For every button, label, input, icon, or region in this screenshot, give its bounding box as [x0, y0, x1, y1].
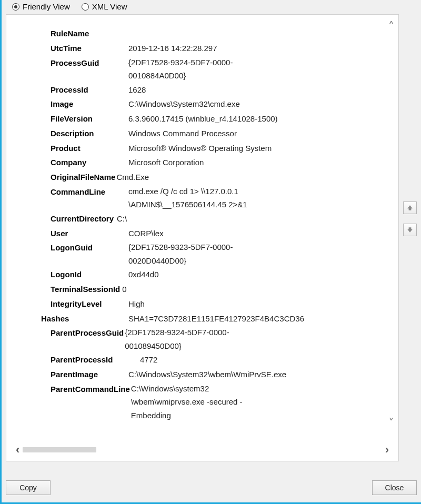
parentcommandline-value: C:\Windows\system32 \wbem\wmiprvse.exe -…: [131, 382, 243, 422]
arrow-down-icon: [407, 227, 413, 233]
parentprocessid-label: ParentProcessId: [51, 352, 140, 367]
company-value: Microsoft Corporation: [128, 155, 204, 170]
logonid-value: 0xd44d0: [128, 267, 159, 282]
parentcommandline-label: ParentCommandLine: [51, 382, 130, 397]
radio-icon: [12, 3, 19, 11]
image-value: C:\Windows\System32\cmd.exe: [128, 97, 240, 112]
parentprocessguid-label: ParentProcessGuid: [51, 326, 124, 340]
processguid-value: {2DF17528-9324-5DF7-0000- 0010884A0D00}: [128, 56, 233, 83]
originalfilename-value: Cmd.Exe: [116, 170, 149, 185]
parentimage-label: ParentImage: [51, 367, 128, 382]
processguid-label: ProcessGuid: [51, 56, 128, 70]
copy-button[interactable]: Copy: [6, 480, 51, 495]
logonid-label: LogonId: [51, 267, 128, 282]
scroll-left-icon[interactable]: ‹: [16, 443, 19, 457]
description-value: Windows Command Processor: [128, 126, 237, 141]
arrow-up-icon: [407, 205, 413, 211]
rulename-label: RuleName: [51, 26, 128, 41]
hashes-label: Hashes: [41, 311, 128, 326]
properties-panel: RuleName UtcTime2019-12-16 14:22:28.297 …: [21, 19, 380, 437]
company-label: Company: [51, 155, 128, 170]
parentprocessguid-value: {2DF17528-9324-5DF7-0000- 001089450D00}: [125, 326, 229, 352]
content-frame: ˄ ˅ RuleName UtcTime2019-12-16 14:22:28.…: [6, 14, 399, 461]
utctime-label: UtcTime: [51, 41, 128, 56]
horizontal-scrollbar[interactable]: ‹ ›: [6, 440, 398, 457]
xml-view-label: XML View: [92, 2, 127, 11]
product-value: Microsoft® Windows® Operating System: [128, 141, 272, 156]
user-value: CORP\lex: [128, 226, 164, 241]
product-label: Product: [51, 141, 128, 156]
processid-value: 1628: [128, 83, 146, 97]
terminalsessionid-value: 0: [122, 282, 126, 297]
view-tabs: Friendly View XML View: [6, 2, 417, 14]
originalfilename-label: OriginalFileName: [51, 170, 115, 185]
image-label: Image: [51, 97, 128, 112]
parentprocessid-value: 4772: [140, 352, 157, 367]
scroll-thumb[interactable]: [23, 447, 96, 452]
scroll-track[interactable]: [23, 447, 380, 452]
fileversion-value: 6.3.9600.17415 (winblue_r4.141028-1500): [128, 112, 278, 126]
logonguid-value: {2DF17528-9323-5DF7-0000- 0020D0440D00}: [128, 240, 233, 267]
integritylevel-label: IntegrityLevel: [51, 297, 128, 311]
description-label: Description: [51, 126, 128, 141]
friendly-view-label: Friendly View: [23, 2, 70, 11]
hashes-value: SHA1=7C3D7281E1151FE4127923F4B4C3CD36: [128, 311, 304, 326]
close-button[interactable]: Close: [372, 480, 417, 495]
move-down-button[interactable]: [403, 224, 417, 236]
logonguid-label: LogonGuid: [51, 240, 128, 255]
scroll-right-icon[interactable]: ›: [385, 443, 389, 457]
currentdirectory-value: C:\: [117, 211, 127, 226]
radio-icon: [82, 3, 89, 11]
friendly-view-radio[interactable]: Friendly View: [12, 2, 70, 11]
utctime-value: 2019-12-16 14:22:28.297: [128, 41, 217, 56]
fileversion-label: FileVersion: [51, 112, 128, 126]
commandline-label: CommandLine: [51, 185, 128, 199]
processid-label: ProcessId: [51, 83, 128, 97]
currentdirectory-label: CurrentDirectory: [51, 211, 114, 226]
integritylevel-value: High: [128, 297, 145, 311]
xml-view-radio[interactable]: XML View: [82, 2, 127, 11]
terminalsessionid-label: TerminalSessionId: [51, 282, 120, 297]
commandline-value: cmd.exe /Q /c cd 1> \\127.0.0.1 \ADMIN$\…: [128, 185, 247, 211]
move-up-button[interactable]: [403, 201, 417, 214]
scroll-up-icon[interactable]: ˄: [388, 20, 394, 34]
scroll-down-icon[interactable]: ˅: [388, 417, 394, 430]
parentimage-value: C:\Windows\System32\wbem\WmiPrvSE.exe: [128, 367, 286, 382]
user-label: User: [51, 226, 128, 241]
